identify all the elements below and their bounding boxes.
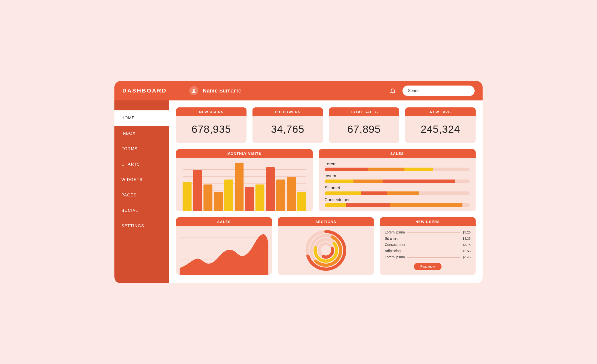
new-users-list-card: NEW USERS Lorem ipsum$5.25Sit amet$4.35C… [380, 217, 476, 275]
main-content: NEW USERS 678,935 FOLLOWERS 34,765 TOTAL… [169, 100, 483, 283]
list-item-price: $4.35 [462, 237, 471, 240]
sales-bar-track [325, 168, 470, 171]
avatar[interactable] [189, 86, 198, 95]
sidebar-item-social[interactable]: SOCIAL [114, 203, 169, 218]
list-item-price: $5.25 [462, 230, 471, 234]
list-item-label: Sit amet [385, 236, 398, 240]
monthly-visits-card: MONTHLY VISITS [176, 149, 313, 211]
list-item: Lorem ipsum$6.45 [385, 255, 471, 259]
kpi-followers: FOLLOWERS 34,765 [252, 107, 323, 143]
card-title: NEW FAVS [405, 107, 476, 116]
sales-bar-label: Sit amet [325, 185, 470, 190]
bell-icon [390, 88, 396, 94]
sales-bar-label: Lorem [325, 162, 470, 167]
kpi-new-favs: NEW FAVS 245,324 [405, 107, 476, 143]
kpi-total-sales: TOTAL SALES 67,895 [329, 107, 399, 143]
sales-bar-track [325, 203, 470, 207]
sales-bar-track [325, 191, 470, 195]
username: NameSurname [203, 88, 241, 94]
card-title: SECTIONS [278, 217, 374, 226]
list-item-price: $6.45 [462, 255, 471, 259]
notifications-button[interactable] [390, 88, 396, 94]
search-input[interactable] [408, 89, 469, 93]
bar-chart [183, 163, 306, 211]
list-item: Consectetuer$3.75 [385, 243, 471, 247]
sales-bar-track [325, 180, 470, 183]
svg-point-0 [193, 89, 195, 91]
sidebar-item-charts[interactable]: CHARTS [114, 157, 169, 172]
kpi-value: 245,324 [421, 123, 460, 135]
list-item: Lorem ipsum$5.25 [385, 230, 471, 234]
sidebar-item-pages[interactable]: PAGES [114, 187, 169, 203]
card-title: SALES [319, 149, 476, 158]
logo: DASHBOARD [122, 88, 167, 94]
sales-bar-label: Consectetuer [325, 197, 470, 202]
list-item-label: Lorem ipsum [385, 230, 405, 234]
card-title: FOLLOWERS [252, 107, 323, 116]
card-title: TOTAL SALES [329, 107, 399, 116]
header: DASHBOARD NameSurname [114, 81, 483, 100]
list-item-label: Adipiscing [385, 249, 401, 253]
sidebar: HOME INBOX FORMS CHARTS WIDGETS PAGES SO… [114, 100, 169, 283]
card-title: SALES [176, 217, 272, 226]
list-item: Sit amet$4.35 [385, 236, 471, 240]
sidebar-item-inbox[interactable]: INBOX [114, 126, 169, 141]
sales-area-card: SALES [176, 217, 272, 275]
card-title: NEW USERS [176, 107, 247, 116]
kpi-value: 678,935 [192, 123, 231, 135]
sales-bar-label: Ipsum [325, 174, 470, 179]
sections-card: SECTIONS [278, 217, 374, 275]
radial-chart [303, 228, 348, 273]
sales-bars-card: SALES LoremIpsumSit ametConsectetuer [319, 149, 476, 211]
search-box[interactable] [402, 86, 475, 96]
sidebar-item-widgets[interactable]: WIDGETS [114, 172, 169, 187]
kpi-new-users: NEW USERS 678,935 [176, 107, 247, 143]
list-item-price: $3.75 [462, 243, 471, 247]
kpi-value: 67,895 [347, 123, 381, 135]
horizontal-bar-chart: LoremIpsumSit ametConsectetuer [319, 158, 476, 211]
app-window: DASHBOARD NameSurname HOME INBOX FORMS C… [114, 81, 483, 283]
sidebar-item-home[interactable]: HOME [114, 110, 169, 126]
card-title: MONTHLY VISITS [176, 149, 313, 158]
kpi-value: 34,765 [271, 123, 304, 135]
sidebar-item-settings[interactable]: SETTINGS [114, 218, 169, 234]
read-more-button[interactable]: Read more [414, 263, 442, 270]
user-icon [191, 88, 197, 93]
list-item-price: $2.55 [462, 249, 471, 253]
card-title: NEW USERS [380, 217, 476, 226]
kpi-row: NEW USERS 678,935 FOLLOWERS 34,765 TOTAL… [176, 107, 476, 143]
list-item-label: Consectetuer [385, 243, 405, 247]
list-item: Adipiscing$2.55 [385, 249, 471, 253]
area-chart [180, 230, 268, 275]
sidebar-item-forms[interactable]: FORMS [114, 141, 169, 157]
list-item-label: Lorem ipsum [385, 255, 405, 259]
